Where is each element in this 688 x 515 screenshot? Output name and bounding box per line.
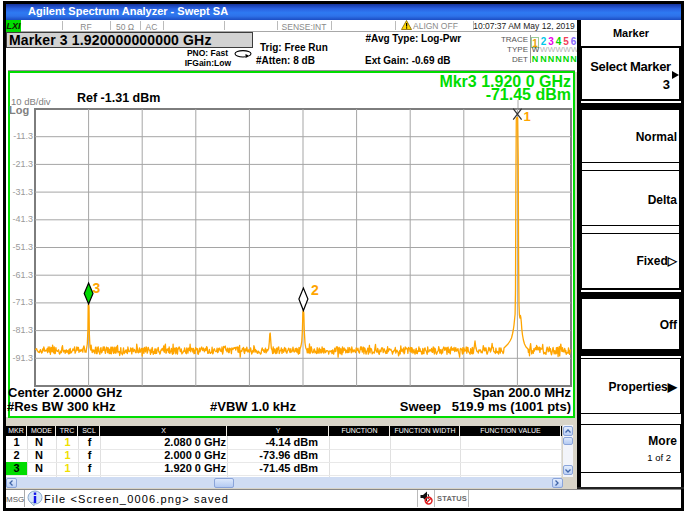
svg-text:2: 2 [311,282,319,298]
svg-text:1: 1 [524,109,531,124]
svg-text:3: 3 [93,280,101,296]
